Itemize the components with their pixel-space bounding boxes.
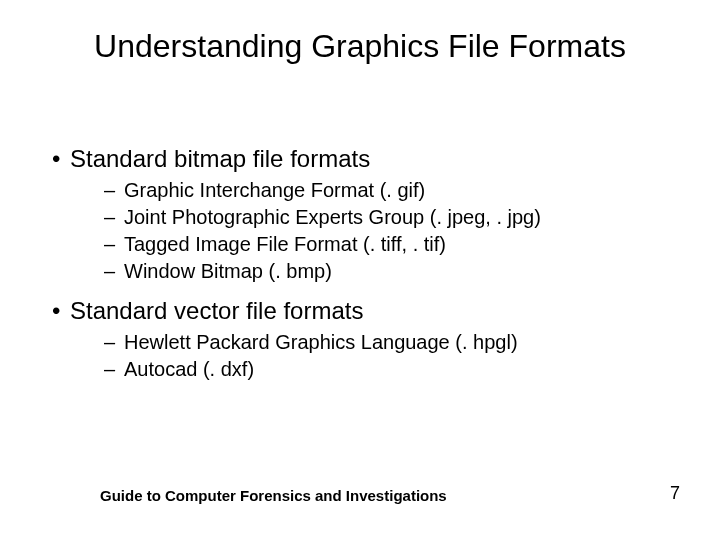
slide: Understanding Graphics File Formats Stan… — [0, 0, 720, 540]
bullet-level2: Joint Photographic Experts Group (. jpeg… — [104, 206, 680, 229]
slide-title: Understanding Graphics File Formats — [0, 28, 720, 65]
bullet-level2: Hewlett Packard Graphics Language (. hpg… — [104, 331, 680, 354]
bullet-level2: Graphic Interchange Format (. gif) — [104, 179, 680, 202]
bullet-level1: Standard bitmap file formats — [52, 145, 680, 173]
bullet-level2: Window Bitmap (. bmp) — [104, 260, 680, 283]
footer-text: Guide to Computer Forensics and Investig… — [100, 487, 447, 504]
bullet-level2: Autocad (. dxf) — [104, 358, 680, 381]
bullet-level1: Standard vector file formats — [52, 297, 680, 325]
sub-list: Hewlett Packard Graphics Language (. hpg… — [52, 331, 680, 381]
bullet-level2: Tagged Image File Format (. tiff, . tif) — [104, 233, 680, 256]
sub-list: Graphic Interchange Format (. gif) Joint… — [52, 179, 680, 283]
page-number: 7 — [670, 483, 680, 504]
slide-body: Standard bitmap file formats Graphic Int… — [52, 145, 680, 395]
